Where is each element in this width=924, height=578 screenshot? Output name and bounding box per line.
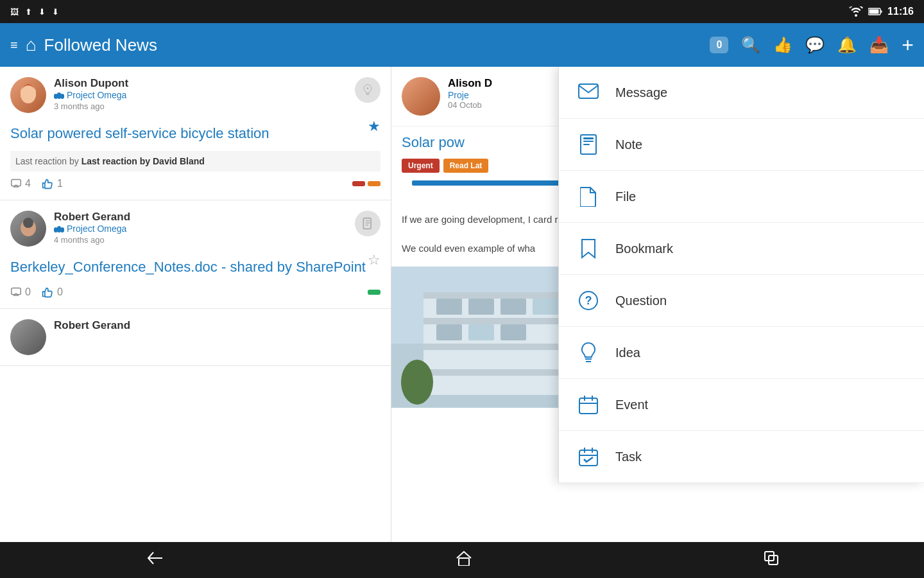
status-icons-right: 11:16 (849, 6, 914, 17)
menu-item-task[interactable]: Task (559, 431, 924, 483)
battery-icon (868, 8, 882, 15)
svg-rect-35 (501, 324, 526, 340)
news-list: Alison Dupont Project Omega 3 months ago… (0, 67, 391, 542)
menu-item-event[interactable]: Event (559, 379, 924, 431)
svg-rect-29 (468, 299, 494, 315)
comment-count-icon-2 (10, 287, 22, 297)
lightbulb-icon (361, 83, 374, 96)
avatar-alison (10, 77, 46, 113)
event-icon (574, 390, 603, 419)
avatar-robert (10, 211, 46, 247)
svg-rect-34 (468, 324, 494, 340)
time-1: 3 months ago (54, 101, 347, 111)
svg-rect-40 (579, 84, 598, 98)
svg-rect-53 (579, 450, 597, 466)
comment-count-icon-1 (10, 179, 22, 189)
news-item-meta-2: Robert Gerand Project Omega 4 months ago (54, 211, 347, 245)
question-icon: ? (574, 286, 603, 315)
menu-item-note[interactable]: Note (559, 119, 924, 171)
tag-orange-1 (368, 181, 381, 186)
svg-point-5 (21, 85, 36, 103)
recent-icon (764, 551, 778, 565)
add-icon[interactable]: + (902, 33, 914, 57)
action-icon-2[interactable] (355, 211, 381, 236)
back-icon (146, 551, 164, 565)
bell-icon[interactable]: 🔔 (837, 36, 857, 54)
action-icon-1[interactable] (355, 77, 381, 103)
project-1: Project Omega (54, 90, 347, 100)
wifi-icon (849, 6, 863, 17)
main-content: Alison Dupont Project Omega 3 months ago… (0, 67, 924, 542)
author-name-2: Robert Gerand (54, 211, 347, 223)
news-title-2[interactable]: Berkeley_Conference_Notes.doc - shared b… (10, 258, 366, 277)
avatar-face-alison (15, 79, 41, 111)
menu-item-question[interactable]: ? Question (559, 275, 924, 327)
svg-rect-16 (363, 218, 371, 229)
menu-item-idea[interactable]: Idea (559, 327, 924, 379)
bookmark-icon (574, 234, 603, 263)
badge-count[interactable]: 0 (710, 37, 728, 53)
like-stat-1: 1 (41, 178, 63, 189)
news-title-1[interactable]: Solar powered self-service bicycle stati… (10, 125, 270, 143)
message-icon (574, 78, 603, 107)
avatar-robert-2 (10, 319, 46, 355)
search-icon[interactable]: 🔍 (741, 36, 760, 54)
back-button[interactable] (146, 551, 164, 569)
article-meta: Alison D Proje 04 Octob (448, 77, 492, 110)
file-icon (574, 182, 603, 211)
news-item-2[interactable]: Robert Gerand Project Omega 4 months ago… (0, 200, 391, 310)
svg-point-9 (367, 87, 369, 89)
news-item-meta-1: Alison Dupont Project Omega 3 months ago (54, 77, 347, 111)
status-bar: 🖼 ⬆ ⬇ ⬇ 11:16 (0, 0, 924, 23)
tags-1 (352, 181, 381, 186)
tag-green-2 (368, 290, 381, 295)
author-name-1: Alison Dupont (54, 77, 347, 90)
news-item-1[interactable]: Alison Dupont Project Omega 3 months ago… (0, 67, 391, 200)
nav-bar: ≡ ⌂ Followed News 0 🔍 👍 💬 🔔 📥 + (0, 23, 924, 67)
tag-red-1 (352, 181, 365, 186)
event-label: Event (615, 398, 648, 412)
news-item-3[interactable]: Robert Gerand (0, 309, 391, 366)
time-display: 11:16 (887, 6, 914, 17)
svg-rect-8 (60, 94, 64, 99)
recent-apps-button[interactable] (764, 551, 778, 569)
avatar-face-robert (15, 213, 41, 245)
star-icon-1[interactable]: ★ (368, 118, 381, 135)
task-icon (574, 442, 603, 471)
reaction-1: Last reaction by Last reaction by David … (10, 151, 381, 171)
svg-point-38 (401, 360, 433, 405)
bottom-bar (0, 542, 924, 578)
article-author: Alison D (448, 77, 492, 90)
inbox-icon[interactable]: 📥 (869, 36, 889, 54)
like-count-icon-2 (41, 286, 54, 298)
people-icon-2 (54, 225, 64, 232)
comment-stat-2: 0 (10, 286, 31, 298)
svg-rect-1 (881, 10, 882, 13)
svg-rect-43 (583, 141, 594, 142)
hamburger-icon[interactable]: ≡ (10, 38, 18, 53)
tags-2 (368, 290, 381, 295)
star-icon-2[interactable]: ☆ (368, 252, 381, 268)
comment-stat-1: 4 (10, 178, 31, 189)
home-icon[interactable]: ⌂ (26, 35, 37, 55)
file-label: File (615, 189, 636, 204)
dropdown-menu: Message Note (558, 67, 924, 483)
svg-rect-33 (436, 324, 462, 340)
download-status-icon: ⬇ (38, 7, 46, 17)
news-item-meta-3: Robert Gerand (54, 319, 381, 332)
menu-item-bookmark[interactable]: Bookmark (559, 223, 924, 275)
comment-icon[interactable]: 💬 (805, 36, 825, 54)
home-button[interactable] (456, 550, 472, 570)
idea-icon (574, 338, 603, 367)
note-label: Note (615, 137, 642, 152)
news-footer-1: 4 1 (10, 178, 381, 189)
like-icon[interactable]: 👍 (773, 36, 792, 54)
menu-item-message[interactable]: Message (559, 67, 924, 119)
file-action-icon (361, 217, 374, 230)
author-name-3: Robert Gerand (54, 319, 381, 332)
home-nav-icon (456, 550, 472, 566)
svg-point-12 (23, 218, 33, 228)
svg-rect-28 (436, 299, 462, 315)
svg-rect-49 (579, 398, 597, 414)
menu-item-file[interactable]: File (559, 171, 924, 223)
